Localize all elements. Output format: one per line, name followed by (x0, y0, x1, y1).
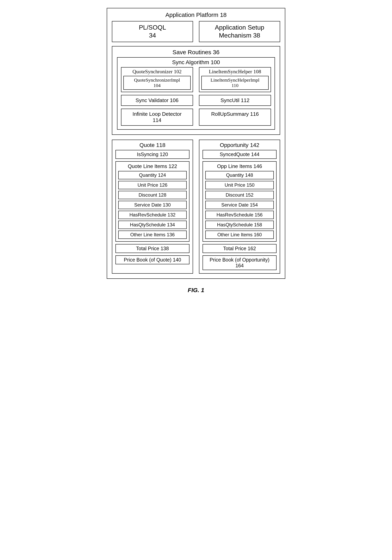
sync-util-box: SyncUtil 112 (199, 95, 271, 106)
opp-price-book-box: Price Book (of Opportunity)164 (202, 255, 277, 270)
quote-li-servicedate: Service Date 130 (118, 201, 187, 209)
bottom-row: Quote 118 IsSyncing 120 Quote Line Items… (112, 140, 280, 274)
quote-li-hasqty: HasQtySchedule 134 (118, 221, 187, 229)
quote-line-items-title: Quote Line Items 122 (118, 163, 187, 169)
opp-li-other: Other Line Items 160 (205, 230, 274, 239)
figure-caption: FIG. 1 (188, 287, 204, 293)
quote-total-price-box: Total Price 138 (115, 244, 190, 253)
opportunity-box: Opportunity 142 SyncedQuote 144 Opp Line… (199, 140, 280, 274)
save-routines-title: Save Routines 36 (117, 49, 275, 56)
opp-total-price-box: Total Price 162 (202, 244, 277, 253)
quote-box: Quote 118 IsSyncing 120 Quote Line Items… (112, 140, 193, 274)
sync-algorithm-title: Sync Algorithm 100 (121, 59, 271, 66)
application-platform-box: Application Platform 18 PL/SOQL34 Applic… (107, 8, 285, 279)
opp-li-servicedate: Service Date 154 (205, 201, 274, 209)
rollup-summary-box: RollUpSummary 116 (199, 109, 271, 126)
opp-line-items-box: Opp Line Items 146 Quantity 148 Unit Pri… (202, 161, 277, 242)
quote-synchronizer-impl-box: QuoteSynchronizerImpl104 (123, 76, 191, 90)
sync-algorithm-box: Sync Algorithm 100 QuoteSynchronizer 102… (117, 57, 275, 130)
infinite-loop-detector-box: Infinite Loop Detector114 (121, 109, 193, 126)
opp-syncedquote-box: SyncedQuote 144 (202, 150, 277, 159)
opp-li-hasrev: HasRevSchedule 156 (205, 211, 274, 219)
quote-synchronizer-label: QuoteSynchronizer 102 (123, 69, 191, 75)
application-platform-title: Application Platform 18 (112, 11, 280, 18)
sync-validator-box: Sync Validator 106 (121, 95, 193, 106)
opp-li-quantity: Quantity 148 (205, 171, 274, 179)
lineitem-sync-helper-label: LineItemSyncHelper 108 (201, 69, 269, 75)
quote-li-other: Other Line Items 136 (118, 230, 187, 239)
top-row: PL/SOQL34 Application SetupMechanism 38 (112, 21, 280, 42)
sync-algorithm-grid: QuoteSynchronizer 102 QuoteSynchronizerI… (121, 67, 271, 126)
opportunity-title: Opportunity 142 (202, 142, 277, 148)
plsoql-box: PL/SOQL34 (112, 21, 193, 42)
lineitem-sync-helper-impl-box: LineItemSyncHelperImpl110 (201, 76, 269, 90)
opp-li-unitprice: Unit Price 150 (205, 181, 274, 189)
quote-li-hasrev: HasRevSchedule 132 (118, 211, 187, 219)
save-routines-box: Save Routines 36 Sync Algorithm 100 Quot… (112, 46, 280, 135)
app-setup-box: Application SetupMechanism 38 (199, 21, 280, 42)
quote-li-quantity: Quantity 124 (118, 171, 187, 179)
quote-title: Quote 118 (115, 142, 190, 148)
quote-price-book-box: Price Book (of Quote) 140 (115, 255, 190, 264)
lineitem-sync-helper-box: LineItemSyncHelper 108 LineItemSyncHelpe… (199, 67, 271, 92)
quote-synchronizer-box: QuoteSynchronizer 102 QuoteSynchronizerI… (121, 67, 193, 92)
quote-li-unitprice: Unit Price 126 (118, 181, 187, 189)
opp-li-hasqty: HasQtySchedule 158 (205, 221, 274, 229)
quote-issyncing-box: IsSyncing 120 (115, 150, 190, 159)
opp-line-items-title: Opp Line Items 146 (205, 163, 274, 169)
opp-li-discount: Discount 152 (205, 191, 274, 199)
quote-li-discount: Discount 128 (118, 191, 187, 199)
quote-line-items-box: Quote Line Items 122 Quantity 124 Unit P… (115, 161, 190, 242)
